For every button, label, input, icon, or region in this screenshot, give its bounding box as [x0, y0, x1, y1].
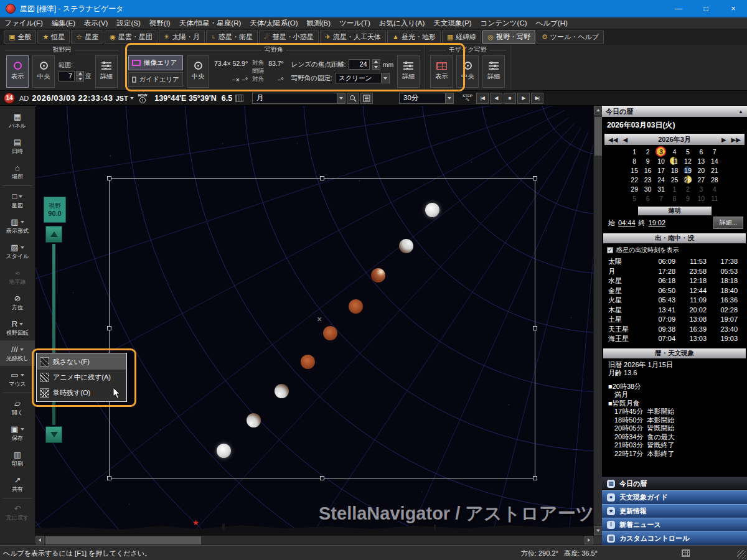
calendar-day[interactable]: 6 — [641, 194, 654, 203]
twilight-detail-button[interactable]: 詳細... — [713, 217, 743, 229]
panel-button[interactable]: ▦今日の暦 — [602, 477, 747, 490]
sidebar-item[interactable]: ▣保存 — [0, 420, 35, 446]
calendar-day[interactable]: 11 — [668, 156, 681, 166]
calendar-day[interactable]: 19 — [681, 166, 694, 175]
resize-grip[interactable] — [737, 550, 746, 559]
menu-item[interactable]: 編集(E) — [47, 17, 80, 29]
calendar-day[interactable]: 9 — [681, 194, 694, 203]
calendar-day[interactable]: 10 — [695, 194, 708, 203]
step-mode-icon[interactable]: STEP ↷ — [463, 94, 472, 103]
menu-item[interactable]: ヘルプ(H) — [532, 17, 572, 29]
calendar-day[interactable]: 8 — [628, 156, 641, 166]
calendar-day[interactable]: 6 — [695, 147, 708, 156]
mosaic-show-button[interactable]: 表示 — [430, 55, 453, 88]
calendar-day[interactable]: 7 — [708, 147, 721, 156]
calendar-day[interactable]: 21 — [708, 166, 721, 175]
tab-item[interactable]: ▦経緯線 — [442, 30, 481, 44]
panel-scroll-up-icon[interactable]: ▲ — [738, 109, 743, 114]
sidebar-item[interactable]: ⊘方位 — [0, 289, 35, 315]
menu-item[interactable]: 表示(V) — [80, 17, 112, 29]
panel-button[interactable]: ★更新情報 — [602, 504, 747, 518]
calendar-day[interactable]: 1 — [628, 147, 641, 156]
calendar-day[interactable]: 29 — [628, 184, 641, 194]
step-back-button[interactable]: ◀ — [490, 93, 502, 104]
frame-handle[interactable] — [107, 476, 111, 480]
close-button[interactable]: × — [720, 0, 747, 17]
calendar-day[interactable]: 3 — [695, 184, 708, 194]
guide-area-button[interactable]: ガイドエリア — [128, 72, 183, 87]
calendar-day[interactable]: 4 — [708, 184, 721, 194]
panel-button[interactable]: ●天文現象ガイド — [602, 490, 747, 504]
tab-item[interactable]: ◉星雲・星団 — [105, 30, 157, 44]
fov-angle-detail-button[interactable]: 詳細 — [397, 55, 420, 88]
tab-item[interactable]: ☄彗星・小惑星 — [259, 30, 319, 44]
calendar-day[interactable]: 31 — [654, 184, 667, 194]
sidebar-item[interactable]: ▦パネル — [0, 108, 35, 133]
scroll-thumb[interactable] — [45, 536, 201, 544]
calendar-day[interactable]: 12 — [681, 156, 694, 166]
frame-handle[interactable] — [533, 326, 537, 330]
sidebar-item[interactable]: ▥表示形式 — [0, 213, 35, 238]
calendar-day[interactable]: 3 — [654, 147, 667, 156]
checkbox-checked[interactable]: ✓ — [607, 247, 613, 253]
panel-button[interactable]: ▦カスタムコントロール — [602, 531, 747, 545]
skip-end-button[interactable]: ▶| — [531, 93, 543, 104]
calendar-day[interactable]: 5 — [681, 147, 694, 156]
menu-item[interactable]: 天体/恒星・星座(R) — [175, 17, 246, 29]
calendar-day[interactable]: 22 — [628, 175, 641, 184]
object-list-button[interactable] — [360, 93, 373, 104]
focal-spin-up-icon[interactable] — [372, 59, 380, 64]
calendar-last-button[interactable]: ▶▶ — [731, 136, 741, 143]
tab-item[interactable]: ▲昼光・地形 — [387, 30, 441, 44]
scroll-up-button[interactable] — [594, 106, 603, 114]
calendar-day[interactable]: 16 — [641, 166, 654, 175]
tab-item[interactable]: ☆星座 — [71, 30, 103, 44]
tab-item[interactable]: ★恒星 — [37, 30, 70, 44]
calendar-day[interactable]: 8 — [668, 194, 681, 203]
calendar-day[interactable]: 28 — [708, 175, 721, 184]
focal-length-input[interactable]: 24 — [349, 59, 370, 70]
sidebar-item[interactable]: ///光跡残し — [0, 340, 35, 366]
tab-item[interactable]: ▣全般 — [4, 30, 36, 44]
calendar-day[interactable]: 17 — [654, 166, 667, 175]
sidebar-item[interactable]: ▨スタイル — [0, 238, 35, 264]
calendar-day[interactable]: 9 — [641, 156, 654, 166]
zoom-in-button[interactable] — [45, 226, 62, 243]
frame-handle[interactable] — [320, 176, 324, 180]
menu-item[interactable]: お気に入り(A) — [375, 17, 430, 29]
trail-menu-item[interactable]: 常時残す(O) — [37, 385, 126, 401]
calendar-day[interactable]: 18 — [668, 166, 681, 175]
stop-button[interactable]: ■ — [504, 93, 516, 104]
map-vertical-scrollbar[interactable] — [593, 106, 602, 535]
calendar-day[interactable]: 2 — [641, 147, 654, 156]
calendar-day[interactable]: 4 — [668, 147, 681, 156]
frame-handle[interactable] — [533, 176, 537, 180]
interval-select[interactable]: 30分 — [399, 93, 454, 104]
scroll-down-button[interactable] — [594, 526, 603, 535]
zoom-out-button[interactable] — [45, 426, 62, 443]
fov-range-input[interactable]: 7 — [59, 71, 75, 82]
capture-area-button[interactable]: 撮像エリア — [128, 55, 183, 70]
range-spin-up-icon[interactable] — [76, 71, 84, 76]
play-button[interactable]: ▶ — [517, 93, 530, 104]
fov-fix-select[interactable]: スクリーン — [335, 73, 390, 83]
frame-handle[interactable] — [107, 326, 111, 330]
sidebar-item[interactable]: ↗共有 — [0, 471, 35, 497]
frame-handle[interactable] — [107, 176, 111, 180]
skip-start-button[interactable]: |◀ — [476, 93, 489, 104]
tab-item[interactable]: ⚙ツール・ヘルプ — [537, 30, 604, 44]
calendar-day[interactable]: 10 — [654, 156, 667, 166]
calendar-next-button[interactable]: ▶ — [721, 136, 726, 143]
menu-item[interactable]: 設定(S) — [112, 17, 144, 29]
calendar-day[interactable]: 1 — [668, 184, 681, 194]
trail-menu-item[interactable]: 残さない(F) — [37, 354, 126, 370]
menu-item[interactable]: 天体/太陽系(O) — [245, 17, 302, 29]
target-select[interactable]: 月 — [252, 93, 345, 104]
minimize-button[interactable]: — — [665, 0, 692, 17]
tab-item[interactable]: ✈流星・人工天体 — [320, 30, 386, 44]
fov-angle-center-button[interactable]: 中央 — [187, 55, 209, 88]
frame-handle[interactable] — [320, 476, 324, 480]
calendar-day[interactable]: 27 — [695, 175, 708, 184]
panel-button[interactable]: i新着ニュース — [602, 518, 747, 531]
calendar-day[interactable]: 14 — [708, 156, 721, 166]
